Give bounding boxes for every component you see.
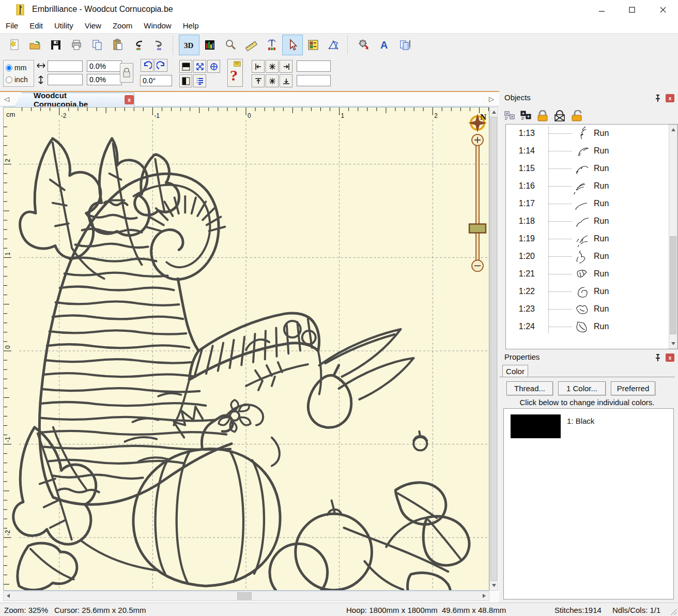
tab-close-button[interactable]: x: [125, 95, 134, 104]
scroll-right-icon[interactable]: [483, 594, 486, 598]
align-top-button[interactable]: [252, 74, 265, 87]
x-position-input[interactable]: [297, 60, 331, 72]
object-row-1:19[interactable]: 1:19Run: [506, 230, 677, 248]
scroll-up-icon[interactable]: [492, 111, 496, 114]
object-properties-button[interactable]: [303, 35, 323, 55]
canvas-vscrollbar[interactable]: [489, 107, 498, 591]
minimize-button[interactable]: [593, 3, 611, 17]
align-center-v-button[interactable]: [266, 74, 279, 87]
objects-close-button[interactable]: x: [666, 94, 674, 102]
align-center-h-button[interactable]: [266, 60, 279, 73]
width-percent-input[interactable]: [87, 60, 122, 72]
select-pointer-button[interactable]: [282, 35, 303, 55]
center-design-button[interactable]: [207, 60, 220, 73]
tab-color[interactable]: Color: [502, 365, 528, 377]
width-input[interactable]: [48, 60, 83, 72]
lock-icon[interactable]: [536, 110, 549, 121]
align-bottom-button[interactable]: [280, 74, 292, 87]
resize-grip[interactable]: [671, 609, 677, 615]
unlock-icon[interactable]: [571, 110, 584, 121]
collapse-all-icon[interactable]: [520, 111, 532, 121]
object-row-1:16[interactable]: 1:16Run: [506, 177, 677, 195]
half-view-button[interactable]: [179, 74, 192, 87]
paste-button[interactable]: [107, 35, 128, 55]
copy-button[interactable]: [87, 35, 107, 55]
help-properties-button[interactable]: ?: [227, 59, 243, 87]
maximize-button[interactable]: [623, 3, 641, 17]
object-row-1:14[interactable]: 1:14Run: [506, 142, 677, 160]
close-button[interactable]: [654, 3, 672, 17]
height-percent-input[interactable]: [87, 74, 122, 85]
object-row-1:15[interactable]: 1:15Run: [506, 160, 677, 177]
properties-close-button[interactable]: x: [666, 353, 674, 362]
pin-icon[interactable]: [654, 94, 661, 102]
redo-button[interactable]: [149, 35, 170, 55]
save-button[interactable]: [45, 35, 66, 55]
contrast-view-button[interactable]: [179, 60, 192, 73]
properties-pin-icon[interactable]: [654, 353, 661, 362]
objects-list[interactable]: 1:13Run1:14Run1:15Run1:16Run1:17Run1:18R…: [505, 124, 678, 349]
unit-mm-input[interactable]: [6, 65, 12, 71]
angle-input[interactable]: [140, 75, 172, 86]
design-canvas[interactable]: -2-1012 210-1-2 cm: [3, 107, 489, 591]
one-color-button[interactable]: 1 Color...: [558, 381, 606, 395]
canvas-zoom-slider[interactable]: [469, 134, 486, 271]
align-left-button[interactable]: [252, 60, 265, 73]
rotate-left-button[interactable]: [141, 59, 153, 72]
object-row-1:13[interactable]: 1:13Run: [506, 125, 677, 142]
measure-button[interactable]: [241, 35, 261, 55]
menu-file[interactable]: File: [0, 20, 24, 32]
unit-mm-radio[interactable]: mm: [6, 62, 34, 73]
object-row-1:24[interactable]: 1:24Run: [506, 318, 677, 335]
tab-woodcut-cornucopia[interactable]: Woodcut Cornucopia.be x: [14, 93, 134, 106]
lock-hidden-icon[interactable]: [553, 110, 566, 121]
objects-scroll-up-icon[interactable]: [671, 128, 675, 131]
menu-edit[interactable]: Edit: [24, 20, 49, 32]
color-swatch-black[interactable]: [511, 414, 561, 438]
scroll-down-icon[interactable]: [492, 584, 496, 587]
menu-window[interactable]: Window: [138, 20, 177, 32]
tab-scroll-left-icon[interactable]: ◁: [4, 95, 9, 103]
zoom-button[interactable]: [220, 35, 241, 55]
undo-button[interactable]: [128, 35, 149, 55]
unit-inch-radio[interactable]: inch: [6, 74, 34, 85]
tab-scroll-right-icon[interactable]: ▷: [489, 95, 494, 103]
objects-scroll-down-icon[interactable]: [671, 342, 675, 345]
fit-design-button[interactable]: [193, 60, 206, 73]
menu-view[interactable]: View: [79, 20, 107, 32]
hscroll-thumb[interactable]: [237, 592, 252, 600]
3d-view-button[interactable]: 3D: [179, 35, 199, 55]
color-bars-button[interactable]: [199, 35, 220, 55]
lock-aspect-button[interactable]: [120, 63, 133, 83]
object-row-1:20[interactable]: 1:20Run: [506, 248, 677, 265]
menu-utility[interactable]: Utility: [49, 20, 79, 32]
height-input[interactable]: [48, 74, 83, 85]
thread-button[interactable]: Thread...: [506, 381, 553, 395]
merge-design-button[interactable]: [395, 35, 415, 55]
lettering-button[interactable]: A: [374, 35, 395, 55]
align-right-button[interactable]: [280, 60, 292, 73]
print-button[interactable]: [66, 35, 87, 55]
objects-scroll-thumb[interactable]: [670, 236, 676, 334]
object-row-1:22[interactable]: 1:22Run: [506, 283, 677, 300]
canvas-hscrollbar[interactable]: [3, 591, 489, 601]
objects-scrollbar[interactable]: [669, 125, 677, 349]
object-row-1:17[interactable]: 1:17Run: [506, 195, 677, 212]
rotate-right-button[interactable]: [155, 59, 167, 72]
y-position-input[interactable]: [297, 75, 331, 86]
design-transfer-button[interactable]: [353, 35, 374, 55]
zoom-slider-thumb[interactable]: [469, 224, 486, 233]
open-button[interactable]: [25, 35, 45, 55]
unit-inch-input[interactable]: [6, 76, 12, 83]
new-button[interactable]: [4, 35, 25, 55]
scroll-left-icon[interactable]: [7, 594, 10, 598]
menu-help[interactable]: Help: [177, 20, 205, 32]
menu-zoom[interactable]: Zoom: [107, 20, 138, 32]
object-row-1:21[interactable]: 1:21Run: [506, 265, 677, 283]
color-list[interactable]: 1: Black: [503, 408, 674, 599]
vscroll-thumb[interactable]: [490, 117, 497, 581]
object-row-1:23[interactable]: 1:23Run: [506, 300, 677, 318]
object-row-1:18[interactable]: 1:18Run: [506, 212, 677, 230]
expand-all-icon[interactable]: [504, 111, 516, 121]
stitch-simulator-button[interactable]: [261, 35, 282, 55]
